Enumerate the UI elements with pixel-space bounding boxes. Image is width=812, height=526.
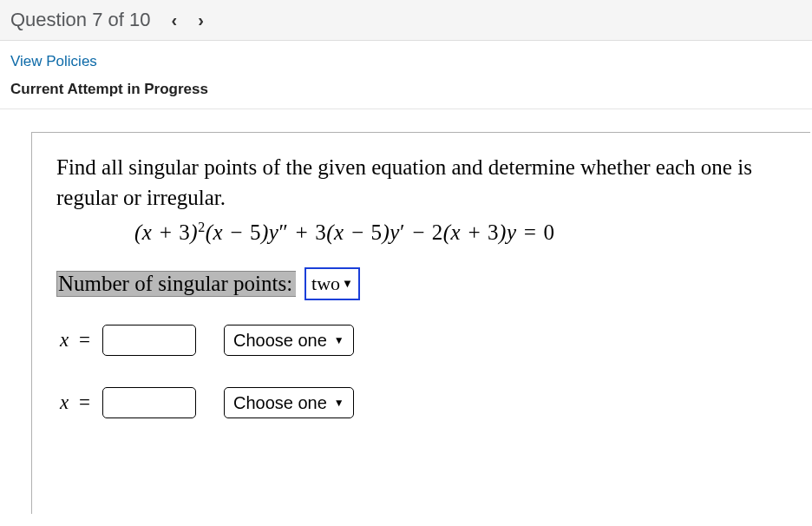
singular-point-input[interactable] — [102, 325, 196, 356]
singular-point-input[interactable] — [102, 387, 196, 418]
x-equals-label: x = — [60, 329, 90, 352]
chevron-down-icon: ▼ — [334, 397, 344, 409]
attempt-status: Current Attempt in Progress — [0, 76, 812, 109]
prev-question-button[interactable]: ‹ — [171, 10, 177, 30]
question-number-label: Question 7 of 10 — [10, 9, 150, 31]
singular-type-select[interactable]: Choose one ▼ — [224, 387, 354, 418]
equation-display: (x + 3)2(x − 5)y″ + 3(x − 5)y′ − 2(x + 3… — [56, 220, 786, 245]
x-equals-label: x = — [60, 391, 90, 414]
singular-count-row: Number of singular points: two▼ — [56, 267, 786, 300]
question-nav: ‹ › — [171, 10, 203, 30]
question-prompt: Find all singular points of the given eq… — [56, 152, 786, 213]
singular-type-value: Choose one — [233, 331, 327, 351]
singular-type-select[interactable]: Choose one ▼ — [224, 325, 354, 356]
chevron-down-icon: ▼ — [342, 277, 353, 291]
singular-point-row: x = Choose one ▼ — [56, 325, 786, 356]
policies-area: View Policies — [0, 41, 812, 76]
chevron-down-icon: ▼ — [334, 334, 344, 346]
next-question-button[interactable]: › — [198, 10, 204, 30]
singular-type-value: Choose one — [233, 393, 327, 413]
question-header: Question 7 of 10 ‹ › — [0, 0, 812, 41]
singular-count-value: two — [311, 273, 340, 295]
singular-count-select[interactable]: two▼ — [304, 267, 360, 300]
singular-point-row: x = Choose one ▼ — [56, 387, 786, 418]
question-content: Find all singular points of the given eq… — [31, 132, 810, 514]
singular-count-label: Number of singular points: — [56, 271, 296, 297]
view-policies-link[interactable]: View Policies — [10, 53, 97, 69]
